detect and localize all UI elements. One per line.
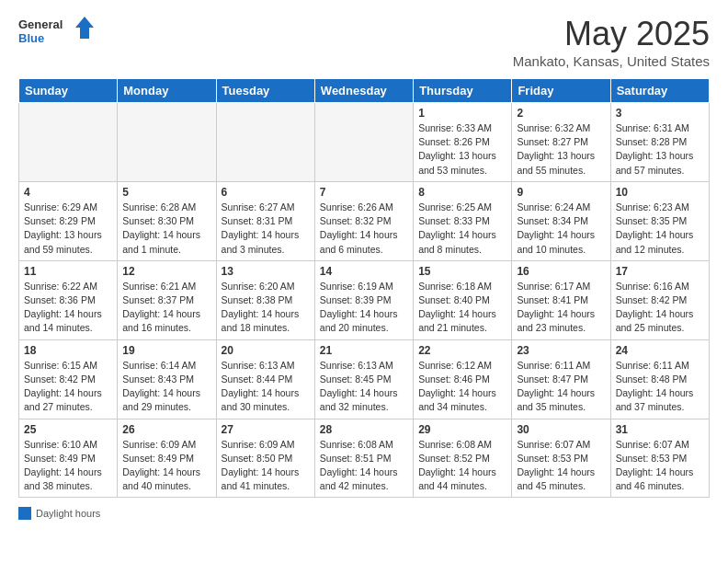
day-number: 2 [517, 107, 605, 120]
day-info: Sunrise: 6:09 AM Sunset: 8:49 PM Dayligh… [122, 438, 210, 494]
calendar-cell: 28Sunrise: 6:08 AM Sunset: 8:51 PM Dayli… [314, 419, 413, 498]
day-info: Sunrise: 6:20 AM Sunset: 8:38 PM Dayligh… [222, 280, 310, 336]
day-header-wednesday: Wednesday [314, 79, 413, 103]
calendar-cell: 15Sunrise: 6:18 AM Sunset: 8:40 PM Dayli… [414, 260, 512, 339]
day-info: Sunrise: 6:10 AM Sunset: 8:49 PM Dayligh… [24, 438, 112, 494]
day-number: 9 [517, 186, 605, 199]
svg-text:Blue: Blue [18, 31, 44, 45]
day-number: 10 [616, 186, 704, 199]
day-info: Sunrise: 6:24 AM Sunset: 8:34 PM Dayligh… [517, 201, 605, 257]
day-info: Sunrise: 6:14 AM Sunset: 8:43 PM Dayligh… [122, 359, 210, 415]
day-info: Sunrise: 6:19 AM Sunset: 8:39 PM Dayligh… [320, 280, 408, 336]
day-number: 22 [418, 344, 506, 357]
day-number: 11 [24, 265, 112, 278]
day-number: 20 [222, 344, 310, 357]
day-info: Sunrise: 6:31 AM Sunset: 8:28 PM Dayligh… [616, 121, 704, 178]
calendar-cell: 13Sunrise: 6:20 AM Sunset: 8:38 PM Dayli… [216, 260, 314, 339]
day-number: 6 [222, 186, 310, 199]
calendar-cell: 23Sunrise: 6:11 AM Sunset: 8:47 PM Dayli… [512, 339, 610, 419]
day-number: 29 [418, 423, 506, 436]
day-info: Sunrise: 6:07 AM Sunset: 8:53 PM Dayligh… [517, 438, 605, 494]
day-number: 14 [320, 265, 408, 278]
calendar-cell: 18Sunrise: 6:15 AM Sunset: 8:42 PM Dayli… [19, 339, 118, 419]
calendar-week-5: 25Sunrise: 6:10 AM Sunset: 8:49 PM Dayli… [19, 419, 710, 498]
day-number: 7 [320, 186, 408, 199]
calendar-cell: 11Sunrise: 6:22 AM Sunset: 8:36 PM Dayli… [19, 260, 118, 339]
legend-label: Daylight hours [36, 508, 100, 519]
day-number: 16 [517, 265, 605, 278]
legend-icon [18, 507, 31, 520]
calendar-cell: 31Sunrise: 6:07 AM Sunset: 8:53 PM Dayli… [610, 419, 709, 498]
day-number: 23 [517, 344, 605, 357]
calendar-cell: 4Sunrise: 6:29 AM Sunset: 8:29 PM Daylig… [19, 181, 118, 260]
day-number: 19 [122, 344, 210, 357]
day-number: 21 [320, 344, 408, 357]
logo: General Blue [18, 15, 101, 52]
calendar-cell: 7Sunrise: 6:26 AM Sunset: 8:32 PM Daylig… [314, 181, 413, 260]
calendar-cell: 12Sunrise: 6:21 AM Sunset: 8:37 PM Dayli… [118, 260, 216, 339]
day-number: 3 [616, 107, 704, 120]
day-number: 18 [24, 344, 112, 357]
calendar-cell: 6Sunrise: 6:27 AM Sunset: 8:31 PM Daylig… [216, 181, 314, 260]
calendar-cell: 5Sunrise: 6:28 AM Sunset: 8:30 PM Daylig… [118, 181, 216, 260]
calendar-cell: 1Sunrise: 6:33 AM Sunset: 8:26 PM Daylig… [414, 103, 512, 182]
svg-marker-2 [75, 17, 94, 39]
calendar-cell [216, 103, 314, 182]
day-info: Sunrise: 6:27 AM Sunset: 8:31 PM Dayligh… [222, 201, 310, 257]
calendar-cell [118, 103, 216, 182]
logo-svg: General Blue [18, 15, 101, 52]
day-number: 15 [418, 265, 506, 278]
day-number: 30 [517, 423, 605, 436]
day-info: Sunrise: 6:13 AM Sunset: 8:45 PM Dayligh… [320, 359, 408, 415]
day-number: 13 [222, 265, 310, 278]
day-info: Sunrise: 6:08 AM Sunset: 8:51 PM Dayligh… [320, 438, 408, 494]
title-block: May 2025 Mankato, Kansas, United States [513, 15, 710, 69]
day-number: 5 [122, 186, 210, 199]
page-header: General Blue May 2025 Mankato, Kansas, U… [18, 15, 710, 69]
calendar-cell: 20Sunrise: 6:13 AM Sunset: 8:44 PM Dayli… [216, 339, 314, 419]
day-number: 17 [616, 265, 704, 278]
calendar-cell: 17Sunrise: 6:16 AM Sunset: 8:42 PM Dayli… [610, 260, 709, 339]
calendar-cell: 22Sunrise: 6:12 AM Sunset: 8:46 PM Dayli… [414, 339, 512, 419]
day-number: 31 [616, 423, 704, 436]
day-info: Sunrise: 6:07 AM Sunset: 8:53 PM Dayligh… [616, 438, 704, 494]
svg-text:General: General [18, 17, 63, 31]
day-header-sunday: Sunday [19, 79, 118, 103]
calendar-cell: 14Sunrise: 6:19 AM Sunset: 8:39 PM Dayli… [314, 260, 413, 339]
calendar-cell: 27Sunrise: 6:09 AM Sunset: 8:50 PM Dayli… [216, 419, 314, 498]
calendar-week-4: 18Sunrise: 6:15 AM Sunset: 8:42 PM Dayli… [19, 339, 710, 419]
day-info: Sunrise: 6:09 AM Sunset: 8:50 PM Dayligh… [222, 438, 310, 494]
day-info: Sunrise: 6:21 AM Sunset: 8:37 PM Dayligh… [122, 280, 210, 336]
calendar-cell: 9Sunrise: 6:24 AM Sunset: 8:34 PM Daylig… [512, 181, 610, 260]
calendar-footer: Daylight hours [18, 507, 710, 520]
calendar-cell: 3Sunrise: 6:31 AM Sunset: 8:28 PM Daylig… [610, 103, 709, 182]
month-title: May 2025 [513, 15, 710, 53]
day-number: 28 [320, 423, 408, 436]
day-header-monday: Monday [118, 79, 216, 103]
calendar-cell: 24Sunrise: 6:11 AM Sunset: 8:48 PM Dayli… [610, 339, 709, 419]
day-info: Sunrise: 6:08 AM Sunset: 8:52 PM Dayligh… [418, 438, 506, 494]
day-number: 12 [122, 265, 210, 278]
day-number: 4 [24, 186, 112, 199]
day-info: Sunrise: 6:15 AM Sunset: 8:42 PM Dayligh… [24, 359, 112, 415]
calendar-cell: 16Sunrise: 6:17 AM Sunset: 8:41 PM Dayli… [512, 260, 610, 339]
day-number: 27 [222, 423, 310, 436]
day-info: Sunrise: 6:11 AM Sunset: 8:48 PM Dayligh… [616, 359, 704, 415]
calendar-week-1: 1Sunrise: 6:33 AM Sunset: 8:26 PM Daylig… [19, 103, 710, 182]
day-header-thursday: Thursday [414, 79, 512, 103]
day-info: Sunrise: 6:25 AM Sunset: 8:33 PM Dayligh… [418, 201, 506, 257]
day-info: Sunrise: 6:33 AM Sunset: 8:26 PM Dayligh… [418, 121, 506, 178]
day-info: Sunrise: 6:13 AM Sunset: 8:44 PM Dayligh… [222, 359, 310, 415]
calendar-week-2: 4Sunrise: 6:29 AM Sunset: 8:29 PM Daylig… [19, 181, 710, 260]
calendar-cell: 29Sunrise: 6:08 AM Sunset: 8:52 PM Dayli… [414, 419, 512, 498]
calendar-cell: 8Sunrise: 6:25 AM Sunset: 8:33 PM Daylig… [414, 181, 512, 260]
day-number: 25 [24, 423, 112, 436]
location-title: Mankato, Kansas, United States [513, 53, 710, 69]
day-info: Sunrise: 6:32 AM Sunset: 8:27 PM Dayligh… [517, 121, 605, 178]
day-number: 1 [418, 107, 506, 120]
calendar-cell: 26Sunrise: 6:09 AM Sunset: 8:49 PM Dayli… [118, 419, 216, 498]
calendar-header-row: SundayMondayTuesdayWednesdayThursdayFrid… [19, 79, 710, 103]
day-info: Sunrise: 6:12 AM Sunset: 8:46 PM Dayligh… [418, 359, 506, 415]
day-header-friday: Friday [512, 79, 610, 103]
calendar-week-3: 11Sunrise: 6:22 AM Sunset: 8:36 PM Dayli… [19, 260, 710, 339]
